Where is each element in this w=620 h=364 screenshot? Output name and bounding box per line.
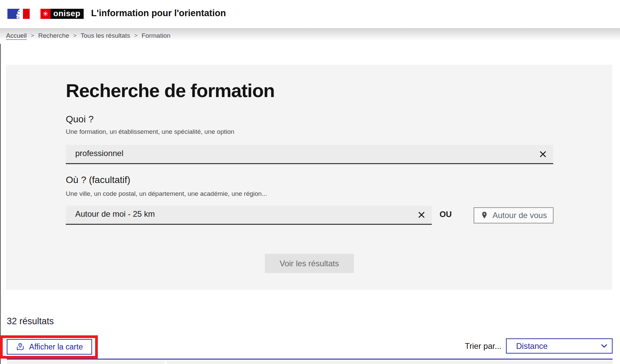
around-you-label: Autour de vous (492, 211, 547, 220)
window-left-border (0, 0, 1, 364)
sort-select-value: Distance (516, 341, 547, 351)
breadcrumb-tous-les-resultats[interactable]: Tous les résultats (81, 32, 130, 39)
chevron-down-icon (601, 344, 607, 348)
clear-what-icon[interactable] (537, 148, 548, 160)
results-divider (7, 359, 613, 360)
search-panel: Recherche de formation Quoi ? Une format… (6, 65, 612, 290)
sort-select[interactable]: Distance (506, 338, 613, 354)
site-header: ✳ onisep L'information pour l'orientatio… (0, 0, 620, 28)
what-hint: Une formation, un établissement, une spé… (66, 128, 234, 135)
where-hint: Une ville, un code postal, un départemen… (66, 190, 267, 198)
see-results-button[interactable]: Voir les résultats (265, 254, 354, 273)
result-card-top (167, 360, 613, 364)
around-you-button[interactable]: Autour de vous (474, 207, 554, 223)
results-count: 32 résultats (7, 316, 54, 327)
show-map-button[interactable]: Afficher la carte (7, 339, 92, 355)
breadcrumb-separator-icon: > (73, 32, 77, 39)
sort-by-label: Trier par... (465, 341, 501, 351)
breadcrumb-accueil[interactable]: Accueil (6, 32, 27, 39)
breadcrumb-formation: Formation (142, 32, 171, 39)
breadcrumb-separator-icon: > (31, 32, 34, 39)
breadcrumb: Accueil > Recherche > Tous les résultats… (0, 28, 620, 44)
breadcrumb-recherche[interactable]: Recherche (38, 32, 69, 39)
clear-where-icon[interactable] (416, 209, 427, 220)
breadcrumb-separator-icon: > (134, 32, 138, 39)
what-input-wrap (66, 145, 553, 164)
where-input-wrap (66, 206, 432, 225)
or-label: OU (440, 210, 452, 219)
result-card-top (7, 360, 165, 364)
page-title: Recherche de formation (66, 80, 275, 101)
show-map-label: Afficher la carte (29, 342, 83, 352)
map-icon (16, 342, 25, 351)
what-label: Quoi ? (66, 114, 94, 125)
french-republic-logo (7, 9, 30, 19)
onisep-logo[interactable]: ✳ onisep (40, 9, 84, 19)
site-tagline: L'information pour l'orientation (91, 8, 226, 19)
location-pin-icon (481, 211, 488, 220)
where-input[interactable] (66, 206, 432, 224)
onisep-asterisk-icon: ✳ (40, 9, 51, 19)
onisep-search-page: ✳ onisep L'information pour l'orientatio… (0, 0, 620, 364)
where-label: Où ? (facultatif) (66, 175, 130, 185)
what-input[interactable] (66, 145, 553, 163)
onisep-logo-text: onisep (51, 9, 84, 19)
